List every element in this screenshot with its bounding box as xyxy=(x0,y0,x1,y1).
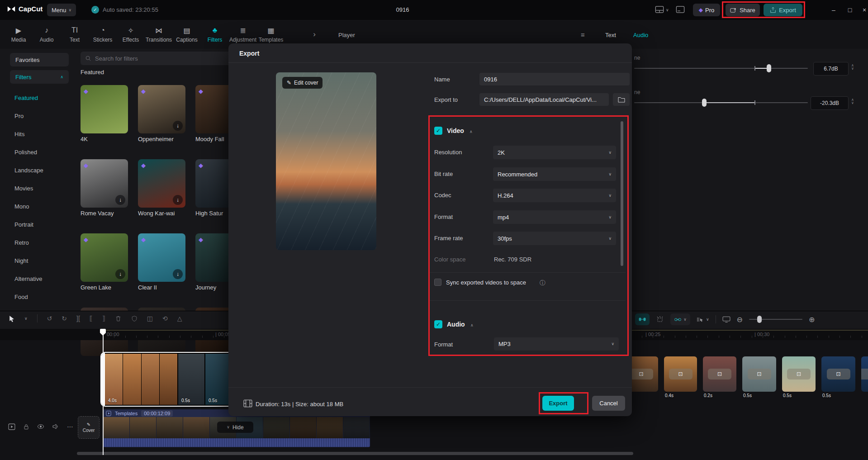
browse-folder-button[interactable] xyxy=(613,93,630,106)
timeline-clip[interactable]: ⊡ 0.4s xyxy=(664,356,697,398)
download-icon[interactable]: ↓ xyxy=(115,195,125,205)
audio-value-1[interactable]: 6.7dB xyxy=(813,62,849,76)
player-menu-icon[interactable]: ≡ xyxy=(581,31,585,38)
split-icon[interactable]: ][ xyxy=(76,315,80,322)
tool-tab[interactable]: ◔ Stickers xyxy=(89,26,117,43)
audio-slider-1[interactable] xyxy=(634,68,808,69)
link-toggle-icon[interactable]: ∨ xyxy=(670,313,690,325)
sidebar-category-item[interactable]: Featured xyxy=(14,89,43,107)
sidebar-category-item[interactable]: Portrait xyxy=(14,215,43,233)
trim-left-icon[interactable]: ⟦ xyxy=(90,315,93,322)
timeline-clip[interactable]: ⊡ 0.2s xyxy=(703,356,736,398)
track-preview-icon[interactable] xyxy=(8,423,15,430)
filter-card[interactable]: ◆ ↓ Rome Vacay xyxy=(81,159,128,217)
zoom-out-icon[interactable]: ⊖ xyxy=(737,315,743,324)
tool-tab[interactable]: TI Text xyxy=(61,26,89,43)
screen-preview-icon[interactable] xyxy=(722,316,730,323)
filter-card[interactable]: ◆ ↓ Clear II xyxy=(138,233,185,291)
export-path-input[interactable]: C:/Users/DELL/AppData/Local/CapCut/Vi... xyxy=(479,93,609,106)
edit-cover-button[interactable]: ✎ Edit cover xyxy=(282,77,323,89)
audio-value-2[interactable]: -20.3dB xyxy=(811,96,849,110)
tool-tab[interactable]: ♣ Filters xyxy=(201,26,229,43)
redo-icon[interactable]: ↻ xyxy=(62,315,67,322)
sidebar-category-item[interactable]: Food xyxy=(14,288,43,306)
minimize-button[interactable]: – xyxy=(828,4,840,16)
timeline-clip[interactable]: ⊡ 0.5s xyxy=(821,356,855,398)
undo-icon[interactable]: ↺ xyxy=(47,315,52,322)
sidebar-item-favorites[interactable]: Favorites xyxy=(10,53,69,66)
timeline-clip[interactable]: 4.0s xyxy=(105,354,177,405)
filter-thumbnail[interactable]: ◆ ↓ xyxy=(138,85,185,133)
name-input[interactable]: 0916 xyxy=(479,73,630,85)
download-icon[interactable]: ↓ xyxy=(173,195,183,205)
crop-icon[interactable]: ◫ xyxy=(147,315,153,322)
tool-tab[interactable]: ▤ Captions xyxy=(173,26,201,43)
clip-select-mode-icon[interactable]: ∨ xyxy=(697,316,709,323)
cover-button[interactable]: ✎ Cover xyxy=(78,416,100,439)
playhead-line[interactable] xyxy=(103,335,104,455)
hide-button[interactable]: ∨ Hide xyxy=(217,422,253,433)
filter-thumbnail[interactable]: ◆ ↓ xyxy=(81,233,128,282)
stepper-1[interactable]: ∧∨ xyxy=(851,64,854,70)
sidebar-category-item[interactable]: Landscape xyxy=(14,161,43,179)
tool-tab[interactable]: ♪ Audio xyxy=(33,26,61,43)
timeline-clip[interactable]: ⊡ 0.5s xyxy=(782,356,816,398)
sidebar-category-item[interactable]: Alternative xyxy=(14,270,43,288)
timeline-clip[interactable]: ⊡ xyxy=(861,356,868,398)
layout-toggle-icon[interactable] xyxy=(655,6,664,13)
lock-icon[interactable] xyxy=(23,423,29,430)
filter-card[interactable]: ◆ ↓ Green Lake xyxy=(81,233,128,291)
reverse-icon[interactable]: ⟲ xyxy=(162,315,168,322)
more-options-icon[interactable]: ⋯ xyxy=(67,423,73,430)
download-icon[interactable]: ↓ xyxy=(173,121,183,131)
zoom-slider-handle[interactable] xyxy=(757,316,762,323)
mirror-icon[interactable]: △ xyxy=(177,315,182,322)
pro-button[interactable]: ◆ Pro xyxy=(693,4,720,16)
filter-thumbnail[interactable]: ◆ xyxy=(81,85,128,133)
filter-card[interactable]: ◆ 4K xyxy=(81,85,128,142)
cancel-button[interactable]: Cancel xyxy=(592,396,625,411)
maximize-button[interactable]: □ xyxy=(844,4,856,16)
timeline-clip[interactable]: 0.5s xyxy=(178,354,204,405)
timeline-zoom-slider[interactable] xyxy=(749,319,802,320)
link-chevron-icon[interactable]: ∨ xyxy=(683,318,687,322)
filter-card[interactable]: ◆ ↓ Oppenheimer xyxy=(138,85,185,142)
tool-tab[interactable]: ⋈ Transitions xyxy=(145,26,173,43)
download-icon[interactable]: ↓ xyxy=(173,269,183,279)
sidebar-category-item[interactable]: Pro xyxy=(14,107,43,125)
preview-frames-icon[interactable] xyxy=(656,316,664,323)
snap-toggle-icon[interactable] xyxy=(635,313,650,325)
download-icon[interactable]: ↓ xyxy=(115,269,125,279)
sidebar-category-item[interactable]: Night xyxy=(14,251,43,270)
layout-chevron-icon[interactable]: ∨ xyxy=(666,8,669,12)
filter-thumbnail[interactable]: ◆ ↓ xyxy=(81,159,128,208)
zoom-in-icon[interactable]: ⊕ xyxy=(809,315,815,324)
sidebar-item-filters[interactable]: Filters ∧ xyxy=(10,70,69,84)
mask-icon[interactable] xyxy=(131,315,138,322)
clip-mode-chevron-icon[interactable]: ∨ xyxy=(706,318,709,322)
delete-icon[interactable] xyxy=(115,315,122,322)
audio-slider-1-handle[interactable] xyxy=(767,64,771,72)
trim-right-icon[interactable]: ⟧ xyxy=(102,315,105,322)
sidebar-category-item[interactable]: Hits xyxy=(14,125,43,143)
select-cursor-icon[interactable] xyxy=(8,315,15,322)
selected-clip-group[interactable]: 4.0s 0.5s 0.5s xyxy=(100,352,236,407)
panel-toggle-icon[interactable] xyxy=(676,6,685,13)
tool-tab[interactable]: ≣ Adjustment xyxy=(229,26,257,43)
tool-tab[interactable]: ▶ Media xyxy=(5,26,33,43)
filter-card[interactable]: ◆ ↓ Wong Kar-wai xyxy=(138,159,185,217)
tab-text[interactable]: Text xyxy=(605,32,616,38)
mute-speaker-icon[interactable] xyxy=(52,423,59,430)
tool-tab[interactable]: ✧ Effects xyxy=(117,26,145,43)
cursor-chevron-icon[interactable]: ∨ xyxy=(24,317,28,321)
sidebar-category-item[interactable]: Movies xyxy=(14,179,43,197)
audio-slider-2-handle[interactable] xyxy=(702,99,707,107)
menu-button[interactable]: Menu ∨ xyxy=(47,4,76,16)
tool-tab[interactable]: ▦ Templates xyxy=(257,26,285,43)
stepper-2[interactable]: ∧∨ xyxy=(851,98,854,104)
tab-audio[interactable]: Audio xyxy=(633,32,648,38)
filter-thumbnail[interactable]: ◆ ↓ xyxy=(138,159,185,208)
stepper-down-icon[interactable]: ∨ xyxy=(851,67,854,70)
filter-thumbnail[interactable]: ◆ ↓ xyxy=(138,233,185,282)
timeline-clip[interactable]: ⊡ 0.5s xyxy=(742,356,776,398)
